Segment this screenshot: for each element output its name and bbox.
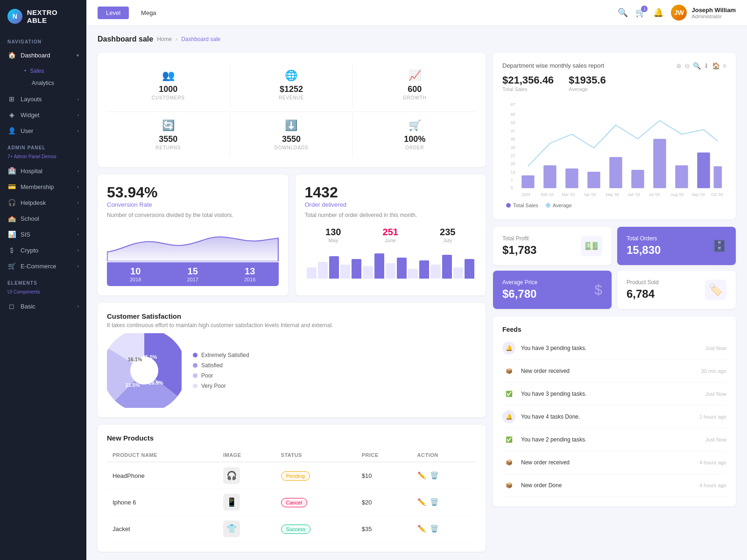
sidebar-item-widget[interactable]: ◈ Widget ›	[0, 107, 86, 123]
hospital-icon: 🏥	[7, 167, 16, 175]
svg-rect-25	[653, 139, 666, 188]
customers-value: 1000	[159, 84, 177, 94]
average-price-icon: $	[594, 282, 602, 298]
sidebar: N NEXTRO ABLE NAVIGATION 🏠 Dashboard ▾ S…	[0, 0, 86, 560]
stats-row-1: 👥 1000 CUSTOMERS 🌐 $1252 REVENUE 📈 600	[107, 62, 476, 108]
delete-icon[interactable]: 🗑️	[430, 471, 439, 480]
edit-icon[interactable]: ✏️	[417, 498, 426, 506]
svg-rect-19	[521, 175, 534, 188]
svg-rect-27	[697, 153, 710, 188]
year-2016: 13 2016	[244, 266, 255, 282]
sidebar-item-analytics[interactable]: Analytics	[21, 77, 86, 89]
breadcrumb-home[interactable]: Home	[157, 36, 172, 42]
svg-text:Mar '03: Mar '03	[562, 192, 575, 197]
sidebar-item-crypto[interactable]: ₿ Crypto ›	[0, 242, 86, 258]
chart-ctrl-search[interactable]: 🔍	[693, 62, 701, 70]
admin-panel-badge: 7+ Admin Panel Demos	[0, 153, 86, 163]
legend-total-sales: Total Sales	[506, 203, 538, 208]
svg-text:Aug '03: Aug '03	[670, 192, 684, 197]
chevron-icon: ›	[78, 200, 79, 205]
feed-icon: 🔔	[502, 342, 515, 355]
svg-rect-24	[631, 170, 644, 188]
legend-dot	[193, 353, 197, 357]
conversion-chart	[107, 224, 279, 261]
sidebar-item-basic[interactable]: ◻ Basic ›	[0, 298, 86, 314]
product-status: Success	[275, 516, 356, 542]
sidebar-item-sales[interactable]: Sales	[21, 65, 86, 77]
sidebar-item-label: Helpdesk	[21, 199, 46, 206]
sidebar-item-ecommerce[interactable]: 🛒 E-Commerce ›	[0, 258, 86, 274]
edit-icon[interactable]: ✏️	[417, 471, 426, 480]
delete-icon[interactable]: 🗑️	[430, 498, 439, 506]
sidebar-item-school[interactable]: 🏫 School ›	[0, 210, 86, 226]
order-label: ORDER	[405, 145, 424, 150]
average-value: $1935.6	[569, 74, 606, 86]
svg-text:16.1%: 16.1%	[127, 357, 142, 362]
bottom-stats-grid: Total Profit $1,783 💵 Total Orders 15,83…	[493, 227, 736, 309]
app-logo: N NEXTRO ABLE	[0, 0, 86, 33]
sidebar-item-hospital[interactable]: 🏥 Hospital ›	[0, 163, 86, 179]
downloads-icon: ⬇️	[285, 119, 297, 132]
sidebar-item-user[interactable]: 👤 User ›	[0, 123, 86, 139]
cart-icon[interactable]: 🛒 1	[635, 7, 646, 18]
col-price: PRICE	[356, 448, 412, 462]
chevron-icon: ›	[78, 128, 79, 133]
chart-svg: 67 60 53 47 40 33 27 20 13 7 0	[502, 97, 726, 199]
svg-text:2003: 2003	[521, 192, 530, 197]
feed-item: 📦 New order Done 4 hours ago	[502, 474, 726, 497]
breadcrumb-separator: ›	[176, 36, 177, 42]
sidebar-item-label: Widget	[21, 112, 39, 119]
sidebar-item-label: SIS	[21, 231, 30, 238]
average-price-label: Average Price	[502, 279, 537, 286]
product-sold-icon: 🏷️	[705, 280, 726, 300]
order-bar-chart	[305, 251, 477, 279]
sidebar-item-label: E-Commerce	[21, 263, 56, 270]
revenue-label: REVENUE	[279, 95, 304, 100]
widget-icon: ◈	[7, 111, 16, 119]
product-price: $20	[356, 489, 412, 516]
feed-text: New order Done	[521, 482, 694, 489]
user-details: Joseph William Administrator	[691, 7, 736, 19]
growth-value: 600	[408, 84, 422, 94]
tab-mega[interactable]: Mega	[133, 7, 165, 19]
average-price-card: Average Price $6,780 $	[493, 271, 612, 309]
returns-icon: 🔄	[162, 119, 175, 132]
col-product-name: PRODUCT NAME	[107, 448, 218, 462]
chart-ctrl-home[interactable]: 🏠	[712, 62, 720, 70]
sidebar-item-layouts[interactable]: ⊞ Layouts ›	[0, 91, 86, 107]
average-price-value: $6,780	[502, 287, 537, 301]
bell-icon[interactable]: 🔔	[653, 7, 663, 18]
edit-icon[interactable]: ✏️	[417, 525, 426, 533]
tab-level[interactable]: Level	[98, 7, 129, 19]
content-area: Dashboard sale Home › Dashboard sale 👥 1…	[86, 26, 747, 560]
col-action: ACTION	[412, 448, 476, 462]
col-image: IMAGE	[218, 448, 275, 462]
total-profit-info: Total Profit $1,783	[502, 235, 536, 257]
table-row: Iphone 6 📱 Cancel $20 ✏️ 🗑️	[107, 489, 476, 516]
year-2018: 10 2018	[130, 266, 141, 282]
svg-text:67: 67	[511, 102, 515, 107]
feeds-list: 🔔 You have 3 pending tasks. Just Now 📦 N…	[502, 337, 726, 497]
sidebar-item-dashboard[interactable]: 🏠 Dashboard ▾	[0, 47, 86, 63]
satisfaction-card: Customer Satisfaction It takes continuou…	[98, 303, 486, 417]
chart-ctrl-menu[interactable]: ≡	[723, 62, 726, 70]
delete-icon[interactable]: 🗑️	[430, 525, 439, 533]
chart-ctrl-zoom-out[interactable]: ⊖	[684, 62, 690, 70]
legend-satisfied: Satisfied	[193, 362, 249, 369]
sidebar-item-membership[interactable]: 💳 Membership ›	[0, 179, 86, 195]
feed-item: ✅ You have 2 pending tasks. Just Now	[502, 428, 726, 451]
feed-time: Just Now	[705, 437, 726, 442]
svg-text:Oct '03: Oct '03	[711, 192, 723, 197]
sidebar-item-helpdesk[interactable]: 🎧 Helpdesk ›	[0, 195, 86, 210]
search-icon[interactable]: 🔍	[618, 7, 628, 18]
total-profit-label: Total Profit	[502, 235, 536, 242]
dept-chart-header: Department wise monthly sales report ⊕ ⊖…	[502, 62, 726, 70]
total-profit-value: $1,783	[502, 244, 536, 257]
revenue-value: $1252	[280, 84, 303, 94]
dept-chart-title: Department wise monthly sales report	[502, 62, 604, 69]
chart-controls: ⊕ ⊖ 🔍 ⬇ 🏠 ≡	[676, 62, 726, 70]
sidebar-item-sis[interactable]: 📊 SIS ›	[0, 226, 86, 242]
chart-ctrl-download[interactable]: ⬇	[704, 62, 709, 70]
feed-text: New order received	[521, 459, 694, 466]
chart-ctrl-zoom-in[interactable]: ⊕	[676, 62, 682, 70]
